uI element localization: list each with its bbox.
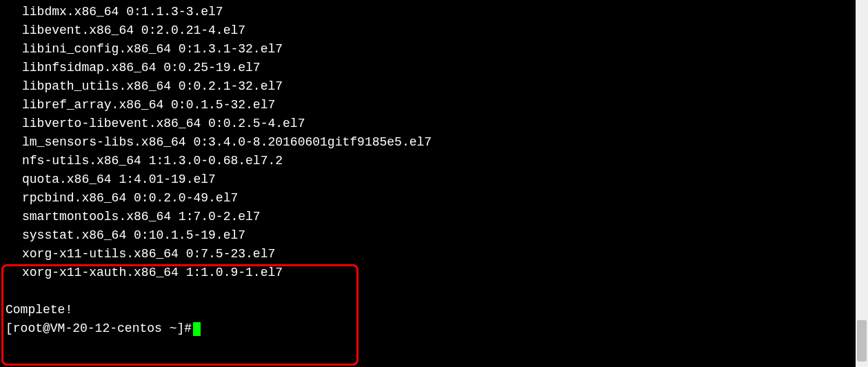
package-line: libdmx.x86_64 0:1.1.3-3.el7 bbox=[6, 3, 868, 21]
package-line: smartmontools.x86_64 1:7.0-2.el7 bbox=[6, 208, 868, 226]
terminal-output: libdmx.x86_64 0:1.1.3-3.el7 libevent.x86… bbox=[6, 3, 868, 338]
complete-message: Complete! bbox=[6, 301, 868, 319]
package-line: libverto-libevent.x86_64 0:0.2.5-4.el7 bbox=[6, 115, 868, 133]
package-line: rpcbind.x86_64 0:0.2.0-49.el7 bbox=[6, 189, 868, 208]
package-line: xorg-x11-utils.x86_64 0:7.5-23.el7 bbox=[6, 245, 868, 264]
package-line: libnfsidmap.x86_64 0:0.25-19.el7 bbox=[6, 59, 868, 77]
package-line: lm_sensors-libs.x86_64 0:3.4.0-8.2016060… bbox=[6, 133, 868, 152]
package-line: nfs-utils.x86_64 1:1.3.0-0.68.el7.2 bbox=[6, 152, 868, 170]
package-line: quota.x86_64 1:4.01-19.el7 bbox=[6, 170, 868, 189]
package-line: libref_array.x86_64 0:0.1.5-32.el7 bbox=[6, 96, 868, 115]
scrollbar-thumb[interactable] bbox=[857, 320, 867, 361]
scrollbar[interactable] bbox=[856, 0, 868, 367]
blank-line bbox=[6, 282, 868, 301]
package-line: sysstat.x86_64 0:10.1.5-19.el7 bbox=[6, 226, 868, 245]
package-line: libini_config.x86_64 0:1.3.1-32.el7 bbox=[6, 40, 868, 59]
package-line: libevent.x86_64 0:2.0.21-4.el7 bbox=[6, 21, 868, 40]
shell-prompt[interactable]: [root@VM-20-12-centos ~]# bbox=[6, 319, 868, 338]
prompt-text: [root@VM-20-12-centos ~]# bbox=[6, 319, 192, 338]
cursor bbox=[193, 322, 201, 336]
package-line: libpath_utils.x86_64 0:0.2.1-32.el7 bbox=[6, 77, 868, 96]
package-line: xorg-x11-xauth.x86_64 1:1.0.9-1.el7 bbox=[6, 264, 868, 282]
